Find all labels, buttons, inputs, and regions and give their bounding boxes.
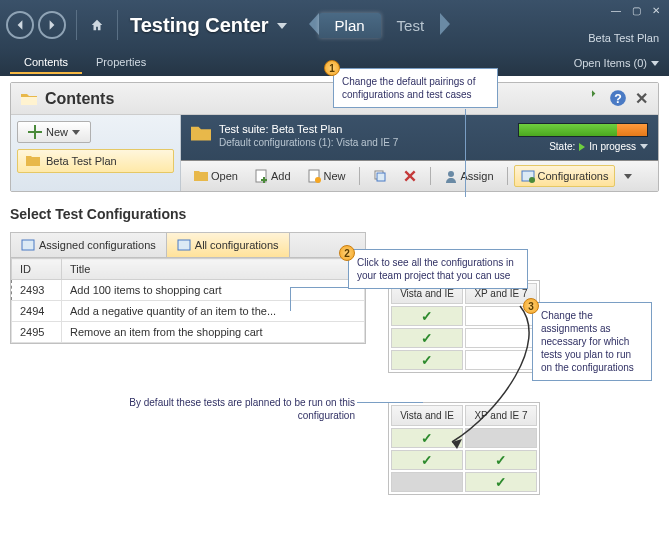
svg-text:?: ?: [614, 92, 622, 106]
suite-icon: [191, 123, 211, 143]
matrix-cell[interactable]: ✓: [465, 450, 537, 470]
subtab-contents[interactable]: Contents: [10, 52, 82, 74]
tab-prev-button[interactable]: [307, 13, 319, 37]
folder-icon: [21, 92, 37, 106]
check-icon: ✓: [421, 452, 433, 468]
divider: [117, 10, 118, 40]
test-cases-table: ID Title 2493Add 100 items to shopping c…: [11, 258, 365, 343]
play-icon: [579, 143, 585, 151]
svg-rect-11: [178, 240, 190, 250]
add-button[interactable]: Add: [247, 165, 298, 187]
svg-point-4: [315, 177, 321, 183]
suite-toolbar: Open Add New Assign Configurations: [181, 160, 658, 191]
check-icon: ✓: [421, 308, 433, 324]
progress-bar: [518, 123, 648, 137]
callout-2: Click to see all the configurations in y…: [348, 249, 528, 289]
tree-item-root[interactable]: Beta Test Plan: [17, 149, 174, 173]
app-title: Testing Center: [130, 14, 269, 37]
check-icon: ✓: [421, 352, 433, 368]
col-id[interactable]: ID: [12, 259, 62, 280]
leader-line: [290, 287, 348, 288]
home-button[interactable]: [83, 11, 111, 39]
leader-line: [357, 402, 423, 403]
check-icon: ✓: [421, 430, 433, 446]
state-label: State:: [549, 141, 575, 152]
config-box: Assigned configurations All configuratio…: [10, 232, 366, 344]
panel-title: Contents: [45, 90, 114, 108]
forward-button[interactable]: [38, 11, 66, 39]
minimize-button[interactable]: —: [609, 4, 623, 16]
suite-subtitle: Default configurations (1): Vista and IE…: [219, 137, 398, 148]
leader-line: [465, 109, 466, 197]
callout-3: Change the assignments as necessary for …: [532, 302, 652, 381]
tab-all-configs[interactable]: All configurations: [167, 233, 290, 257]
svg-point-7: [448, 171, 454, 177]
detail-pane: Test suite: Beta Test Plan Default confi…: [181, 115, 658, 191]
tab-plan[interactable]: Plan: [319, 13, 381, 38]
config-icon: [21, 238, 35, 252]
new-suite-button[interactable]: New: [17, 121, 91, 143]
table-row[interactable]: 2495Remove an item from the shopping car…: [12, 322, 365, 343]
badge-1: 1: [324, 60, 340, 76]
svg-rect-6: [377, 173, 385, 181]
col-title[interactable]: Title: [62, 259, 365, 280]
table-row[interactable]: 2493Add 100 items to shopping cart: [12, 280, 365, 301]
tab-assigned-configs[interactable]: Assigned configurations: [11, 233, 167, 257]
check-icon: ✓: [495, 452, 507, 468]
open-button[interactable]: Open: [187, 165, 245, 187]
svg-point-9: [529, 177, 535, 183]
svg-rect-10: [22, 240, 34, 250]
state-dropdown[interactable]: [640, 144, 648, 149]
copy-button[interactable]: [366, 165, 394, 187]
title-dropdown[interactable]: [277, 19, 287, 31]
matrix-cell[interactable]: ✓: [465, 472, 537, 492]
delete-button[interactable]: [396, 165, 424, 187]
check-icon: ✓: [495, 474, 507, 490]
help-button[interactable]: ?: [609, 89, 627, 107]
badge-3: 3: [523, 298, 539, 314]
divider: [76, 10, 77, 40]
table-row[interactable]: 2494Add a negative quantity of an item t…: [12, 301, 365, 322]
open-items-dropdown[interactable]: Open Items (0): [574, 57, 659, 69]
leader-line: [290, 287, 291, 311]
assign-button[interactable]: Assign: [437, 165, 501, 187]
tab-next-button[interactable]: [440, 13, 452, 37]
tree-pane: New Beta Test Plan: [11, 115, 181, 191]
config-icon: [177, 238, 191, 252]
open-items-label: Open Items (0): [574, 57, 647, 69]
subtab-properties[interactable]: Properties: [82, 52, 160, 74]
close-button[interactable]: ✕: [649, 4, 663, 16]
badge-2: 2: [339, 245, 355, 261]
refresh-button[interactable]: [583, 89, 601, 107]
panel-close-button[interactable]: ✕: [635, 89, 648, 108]
state-value: In progess: [589, 141, 636, 152]
callout-1: Change the default pairings of configura…: [333, 68, 498, 108]
select-configs-title: Select Test Configurations: [10, 206, 659, 222]
plan-name: Beta Test Plan: [588, 32, 659, 44]
suite-title: Test suite: Beta Test Plan: [219, 123, 398, 135]
default-config-note: By default these tests are planned to be…: [125, 396, 355, 422]
back-button[interactable]: [6, 11, 34, 39]
new-button[interactable]: New: [300, 165, 353, 187]
tab-test[interactable]: Test: [381, 13, 441, 38]
maximize-button[interactable]: ▢: [629, 4, 643, 16]
configurations-button[interactable]: Configurations: [514, 165, 616, 187]
tree-item-label: Beta Test Plan: [46, 155, 117, 167]
configurations-dropdown[interactable]: [617, 170, 639, 183]
matrix-cell[interactable]: ✓: [391, 450, 463, 470]
matrix-cell[interactable]: [391, 472, 463, 492]
suite-icon: [26, 154, 40, 168]
new-label: New: [46, 126, 68, 138]
check-icon: ✓: [421, 330, 433, 346]
